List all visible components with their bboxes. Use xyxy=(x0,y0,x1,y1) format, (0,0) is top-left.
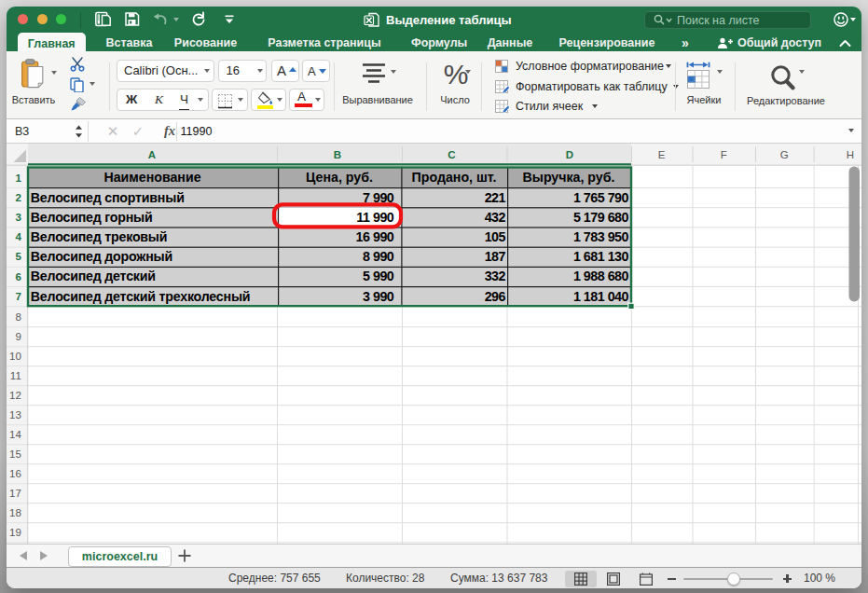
svg-text:5 179 680: 5 179 680 xyxy=(573,210,629,225)
svg-text:187: 187 xyxy=(485,249,506,264)
svg-text:Велосипед трековый: Велосипед трековый xyxy=(31,229,168,244)
svg-text:Велосипед детский трехколесный: Велосипед детский трехколесный xyxy=(31,289,251,304)
svg-text:Выручка, руб.: Выручка, руб. xyxy=(523,170,615,185)
svg-text:Велосипед горный: Велосипед горный xyxy=(31,210,153,225)
svg-text:17: 17 xyxy=(9,488,21,499)
svg-text:4: 4 xyxy=(15,231,21,242)
svg-text:2: 2 xyxy=(15,192,21,203)
svg-text:G: G xyxy=(780,149,789,160)
svg-text:A: A xyxy=(148,149,156,160)
svg-text:F: F xyxy=(721,149,727,160)
svg-text:8 990: 8 990 xyxy=(363,249,394,264)
svg-text:1 988 680: 1 988 680 xyxy=(573,269,629,283)
svg-text:18: 18 xyxy=(9,507,21,518)
svg-text:16: 16 xyxy=(9,468,21,479)
svg-text:13: 13 xyxy=(9,409,21,421)
svg-text:1 783 950: 1 783 950 xyxy=(573,229,629,244)
svg-text:Цена, руб.: Цена, руб. xyxy=(306,170,373,185)
svg-text:1: 1 xyxy=(15,172,21,184)
svg-text:Наименование: Наименование xyxy=(103,170,200,185)
svg-text:332: 332 xyxy=(485,269,506,283)
svg-text:3: 3 xyxy=(15,212,21,223)
svg-text:19: 19 xyxy=(9,527,21,538)
svg-text:14: 14 xyxy=(9,429,21,440)
svg-text:6: 6 xyxy=(15,271,21,283)
svg-text:16 990: 16 990 xyxy=(356,229,394,244)
svg-text:Велосипед спортивный: Велосипед спортивный xyxy=(31,190,185,205)
svg-text:E: E xyxy=(658,149,666,160)
svg-text:221: 221 xyxy=(485,190,506,205)
svg-text:5: 5 xyxy=(15,251,21,262)
svg-text:12: 12 xyxy=(9,390,21,401)
svg-text:D: D xyxy=(566,149,573,160)
svg-text:11: 11 xyxy=(10,370,21,381)
svg-text:1 681 130: 1 681 130 xyxy=(573,249,629,264)
svg-text:8: 8 xyxy=(15,311,21,323)
svg-text:B: B xyxy=(334,149,341,160)
svg-text:105: 105 xyxy=(485,229,506,244)
svg-text:Велосипед дорожный: Велосипед дорожный xyxy=(31,249,172,264)
svg-text:296: 296 xyxy=(485,289,506,304)
svg-text:432: 432 xyxy=(485,210,506,225)
svg-text:11 990: 11 990 xyxy=(356,210,393,225)
svg-text:5 990: 5 990 xyxy=(363,269,394,283)
svg-text:H: H xyxy=(847,149,854,160)
svg-text:1 765 790: 1 765 790 xyxy=(573,190,629,205)
svg-text:15: 15 xyxy=(9,448,21,460)
svg-text:7: 7 xyxy=(15,291,21,302)
svg-text:Продано, шт.: Продано, шт. xyxy=(412,170,497,185)
svg-text:3 990: 3 990 xyxy=(363,289,394,304)
svg-text:Велосипед детский: Велосипед детский xyxy=(31,269,156,283)
svg-text:10: 10 xyxy=(9,351,21,362)
svg-text:C: C xyxy=(448,149,455,160)
svg-text:1 181 040: 1 181 040 xyxy=(573,289,629,304)
svg-text:9: 9 xyxy=(15,331,21,342)
